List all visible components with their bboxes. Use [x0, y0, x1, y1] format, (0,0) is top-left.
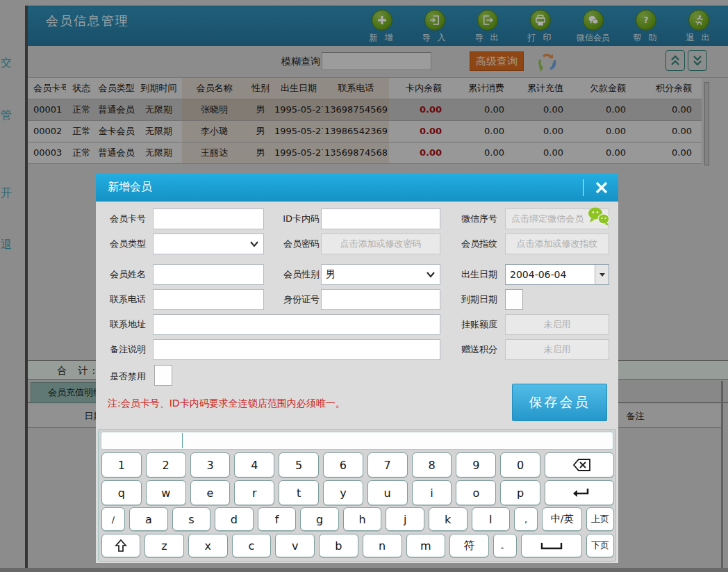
member-name-label: 会员姓名: [100, 264, 146, 285]
id-code-label: ID卡内码: [274, 209, 320, 229]
wechat-seq-label: 微信序号: [452, 209, 497, 229]
key-w[interactable]: w: [146, 480, 186, 505]
key-5[interactable]: 5: [279, 452, 319, 477]
address-input[interactable]: [153, 314, 440, 335]
remark-label: 备注说明: [100, 339, 146, 360]
gender-select[interactable]: 男: [321, 264, 440, 285]
credit-field[interactable]: 未启用: [505, 314, 609, 335]
key-x[interactable]: x: [188, 534, 228, 557]
key-c[interactable]: c: [232, 534, 272, 557]
key-period[interactable]: 。: [493, 534, 517, 557]
password-label: 会员密码: [274, 234, 320, 254]
key-l[interactable]: l: [472, 507, 511, 531]
key-y[interactable]: y: [323, 480, 363, 505]
key-space[interactable]: [521, 534, 582, 557]
address-label: 联系地址: [100, 314, 146, 335]
gender-value: 男: [326, 268, 336, 281]
key-f[interactable]: f: [258, 507, 297, 531]
card-no-input[interactable]: [153, 209, 264, 229]
keyboard-row-asdf: / a s d f g h j k l , 中/英 上页: [101, 507, 614, 531]
fingerprint-set-button[interactable]: 点击添加或修改指纹: [505, 234, 609, 254]
key-symbols[interactable]: 符: [449, 534, 489, 557]
gift-points-label: 赠送积分: [452, 339, 497, 360]
key-i[interactable]: i: [412, 480, 452, 505]
key-1[interactable]: 1: [101, 452, 142, 477]
key-o[interactable]: o: [456, 480, 496, 505]
gift-points-field[interactable]: 未启用: [505, 339, 609, 360]
expire-date-label: 到期日期: [452, 289, 497, 310]
key-q[interactable]: q: [101, 480, 142, 505]
key-h[interactable]: h: [343, 507, 382, 531]
id-code-input[interactable]: [321, 209, 440, 229]
key-p[interactable]: p: [500, 480, 540, 505]
close-button[interactable]: [589, 177, 614, 199]
key-t[interactable]: t: [279, 480, 319, 505]
birth-date-value: 2004-06-04: [510, 269, 566, 280]
composition-strip[interactable]: [101, 432, 613, 450]
remark-input[interactable]: [153, 339, 440, 360]
key-e[interactable]: e: [190, 480, 231, 505]
key-page-down[interactable]: 下页: [586, 534, 614, 557]
wechat-bind-icon[interactable]: [586, 206, 611, 231]
key-n[interactable]: n: [363, 534, 402, 557]
card-no-label: 会员卡号: [100, 209, 146, 229]
key-comma[interactable]: ,: [514, 507, 538, 531]
key-d[interactable]: d: [215, 507, 254, 531]
chevron-down-icon: [249, 240, 259, 247]
dialog-title: 新增会员: [108, 180, 152, 195]
space-icon: [540, 541, 563, 550]
backspace-icon: [568, 458, 591, 472]
key-z[interactable]: z: [144, 534, 184, 557]
key-k[interactable]: k: [429, 507, 468, 531]
close-icon: [594, 180, 609, 195]
key-u[interactable]: u: [367, 480, 408, 505]
id-number-input[interactable]: [321, 289, 440, 310]
member-name-input[interactable]: [153, 264, 264, 285]
save-member-button[interactable]: 保存会员: [512, 384, 607, 421]
password-set-button[interactable]: 点击添加或修改密码: [321, 234, 440, 254]
key-j[interactable]: j: [386, 507, 424, 531]
key-page-up[interactable]: 上页: [586, 507, 614, 531]
shift-icon: [115, 539, 127, 553]
birth-date-picker[interactable]: 2004-06-04: [505, 264, 609, 285]
key-g[interactable]: g: [300, 507, 339, 531]
triangle-down-icon: [599, 273, 605, 277]
keyboard-row-zxcv: z x c v b n m 符 。 下页: [101, 534, 614, 557]
gender-label: 会员性别: [274, 264, 320, 285]
keyboard-row-numbers: 1 2 3 4 5 6 7 8 9 0: [101, 452, 614, 477]
key-a[interactable]: a: [129, 507, 168, 531]
expire-date-checkbox[interactable]: [505, 289, 523, 310]
on-screen-keyboard: 1 2 3 4 5 6 7 8 9 0 q w e r t y: [98, 429, 616, 562]
key-enter[interactable]: [545, 480, 614, 505]
key-s[interactable]: s: [172, 507, 211, 531]
birth-date-label: 出生日期: [452, 264, 497, 285]
member-type-label: 会员类型: [100, 234, 146, 254]
key-backspace[interactable]: [545, 452, 614, 477]
key-8[interactable]: 8: [412, 452, 452, 477]
enter-icon: [569, 487, 590, 499]
keyboard-row-qwerty: q w e r t y u i o p: [101, 480, 614, 505]
key-slash[interactable]: /: [101, 507, 125, 531]
key-9[interactable]: 9: [456, 452, 496, 477]
key-b[interactable]: b: [319, 534, 358, 557]
key-lang-toggle[interactable]: 中/英: [542, 507, 582, 531]
key-6[interactable]: 6: [323, 452, 363, 477]
key-0[interactable]: 0: [500, 452, 540, 477]
composition-divider: [182, 433, 183, 448]
id-number-label: 身份证号: [274, 289, 320, 310]
key-v[interactable]: v: [275, 534, 315, 557]
key-m[interactable]: m: [406, 534, 446, 557]
unique-note: 注:会员卡号、ID卡内码要求全连锁店范围内必须唯一。: [108, 398, 345, 410]
disable-label: 是否禁用: [100, 366, 146, 387]
key-3[interactable]: 3: [190, 452, 231, 477]
chevron-down-icon: [426, 271, 436, 278]
key-2[interactable]: 2: [146, 452, 186, 477]
key-r[interactable]: r: [234, 480, 274, 505]
key-shift[interactable]: [101, 534, 140, 557]
phone-input[interactable]: [153, 289, 264, 310]
key-7[interactable]: 7: [367, 452, 408, 477]
key-4[interactable]: 4: [234, 452, 274, 477]
disable-checkbox[interactable]: [154, 365, 172, 386]
member-type-select[interactable]: [153, 234, 264, 254]
dropdown-arrow-button[interactable]: [595, 265, 609, 284]
